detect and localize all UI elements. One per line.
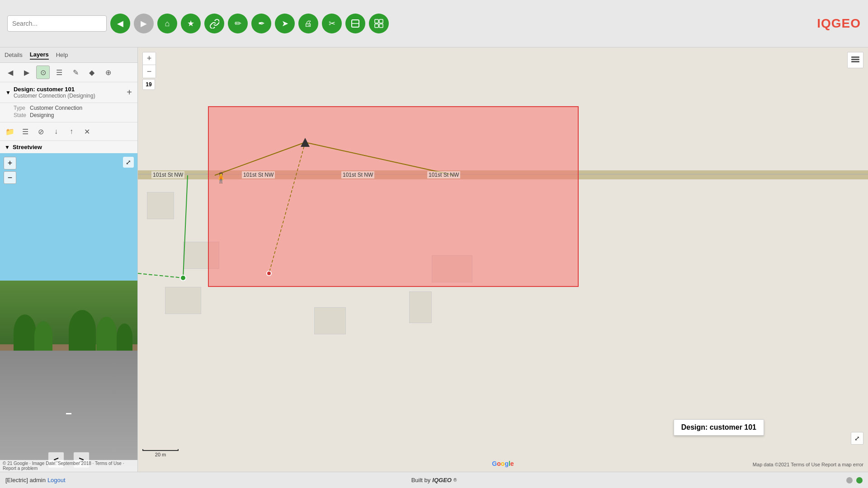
svg-rect-2 <box>375 19 378 23</box>
design-item-chevron[interactable]: ▼ <box>5 89 11 96</box>
status-left: [Electric] admin Logout <box>5 477 66 483</box>
tab-help[interactable]: Help <box>56 51 68 59</box>
design-label-popup: Design: customer 101 <box>674 419 764 436</box>
design-region <box>208 106 579 287</box>
scissors-button[interactable]: ✂ <box>322 14 342 33</box>
item-actions: 📁 ☰ ⊘ ↓ ↑ ✕ <box>0 122 137 141</box>
status-dot-gray <box>846 477 853 483</box>
panel-select-button[interactable]: ⊙ <box>36 66 50 79</box>
streetview-zoom-controls: + − <box>4 157 16 184</box>
forward-button[interactable]: ▶ <box>134 14 154 33</box>
google-logo: Google <box>492 460 514 467</box>
state-value: Designing <box>30 112 132 118</box>
design-item-add-button[interactable]: + <box>127 87 132 98</box>
folder-button[interactable]: 📁 <box>4 125 16 138</box>
status-bar: [Electric] admin Logout Built by IQGEO ® <box>0 472 868 488</box>
panel-back-button[interactable]: ◀ <box>4 66 17 79</box>
scale-text: 20 m <box>155 452 166 457</box>
map-expand-button[interactable]: ⤢ <box>851 432 863 445</box>
streetview-zoom-out[interactable]: − <box>4 171 16 184</box>
built-by-brand: IQGEO <box>432 477 452 483</box>
trim-button[interactable] <box>345 14 365 33</box>
zoom-level-display: 19 <box>142 79 155 90</box>
status-mode: [Electric] admin <box>5 477 46 483</box>
streetview-zoom-in[interactable]: + <box>4 157 16 169</box>
svg-rect-14 <box>851 59 859 60</box>
top-bar: ◀ ▶ ⌂ ★ ✏ ✒ ➤ 🖨 ✂ IQGEO <box>0 0 868 47</box>
layer-toggle-button[interactable] <box>847 52 863 68</box>
panel-list-button[interactable]: ☰ <box>52 66 66 79</box>
block-button[interactable]: ⊘ <box>34 125 47 138</box>
type-label: Type <box>14 105 26 111</box>
status-right <box>846 477 863 483</box>
panel-search-button[interactable]: ⊕ <box>101 66 115 79</box>
design-item-header: ▼ Design: customer 101 Customer Connecti… <box>5 86 132 99</box>
left-panel: Details Layers Help ◀ ▶ ⊙ ☰ ✎ ◆ ⊕ ▼ Desi… <box>0 47 138 472</box>
map-block <box>409 291 432 323</box>
map-zoom-in-button[interactable]: + <box>143 52 156 65</box>
streetview-bg: + − < > © 21 Google · Image Date: Septem… <box>0 153 137 472</box>
draw-button[interactable]: ✒ <box>251 14 271 33</box>
bookmark-button[interactable]: ★ <box>181 14 201 33</box>
map-block <box>165 287 201 314</box>
design-item-title: Design: customer 101 <box>14 86 95 93</box>
status-logout-link[interactable]: Logout <box>47 477 66 483</box>
panel-tag-button[interactable]: ◆ <box>85 66 99 79</box>
svg-rect-16 <box>851 56 859 58</box>
design-item-details: Type Customer Connection State Designing <box>0 103 137 122</box>
app-logo: IQGEO <box>817 16 861 31</box>
search-input[interactable] <box>7 15 107 32</box>
edit-button[interactable]: ✏ <box>228 14 248 33</box>
tab-details[interactable]: Details <box>5 51 23 59</box>
road-label-2: 101st St NW <box>242 171 275 178</box>
svg-rect-3 <box>379 19 383 23</box>
streetview-label: Streetview <box>13 144 42 150</box>
panel-tabs: Details Layers Help <box>0 47 137 63</box>
state-label: State <box>14 112 26 118</box>
scale-bar: 20 m <box>142 449 179 457</box>
svg-rect-15 <box>851 61 859 62</box>
panel-forward-button[interactable]: ▶ <box>20 66 33 79</box>
map-area[interactable]: 101st St NW 101st St NW 101st St NW 101s… <box>138 47 868 472</box>
status-center: Built by IQGEO ® <box>411 477 457 483</box>
home-button[interactable]: ⌂ <box>157 14 177 33</box>
panel-edit-button[interactable]: ✎ <box>69 66 82 79</box>
svg-line-9 <box>138 273 183 278</box>
svg-point-12 <box>180 275 186 281</box>
streetview-footer: © 21 Google · Image Date: September 2018… <box>0 460 137 472</box>
built-by-label: Built by <box>411 477 431 483</box>
design-item-subtitle: Customer Connection (Designing) <box>14 93 95 99</box>
road-label-4: 101st St NW <box>427 171 460 178</box>
design-item: ▼ Design: customer 101 Customer Connecti… <box>0 82 137 103</box>
move-up-button[interactable]: ↑ <box>65 125 78 138</box>
location-button[interactable]: ➤ <box>275 14 295 33</box>
select-button[interactable] <box>369 14 389 33</box>
streetview-section: ▼ Streetview + − < <box>0 141 137 472</box>
map-zoom-out-button[interactable]: − <box>143 65 156 78</box>
type-value: Customer Connection <box>30 105 132 111</box>
panel-toolbar: ◀ ▶ ⊙ ☰ ✎ ◆ ⊕ <box>0 63 137 82</box>
road-label-3: 101st St NW <box>341 171 374 178</box>
back-button[interactable]: ◀ <box>110 14 130 33</box>
streetview-expand-button[interactable]: ⤢ <box>123 157 134 168</box>
svg-rect-5 <box>379 24 383 28</box>
link-button[interactable] <box>204 14 224 33</box>
person-icon: 🧍 <box>215 172 227 184</box>
tab-layers[interactable]: Layers <box>30 50 49 60</box>
map-zoom-controls: + − <box>142 52 156 78</box>
map-attribution: Map data ©2021 Terms of Use Report a map… <box>753 462 863 467</box>
map-block <box>314 307 346 334</box>
move-down-button[interactable]: ↓ <box>50 125 62 138</box>
scale-line <box>142 449 179 451</box>
close-item-button[interactable]: ✕ <box>80 125 93 138</box>
streetview-chevron: ▼ <box>5 144 10 150</box>
status-dot-green <box>856 477 863 483</box>
road-label-1: 101st St NW <box>151 171 184 178</box>
map-block <box>147 192 174 219</box>
list-view-button[interactable]: ☰ <box>19 125 32 138</box>
svg-rect-4 <box>375 24 378 28</box>
brand-dot: ® <box>453 478 457 483</box>
streetview-image: + − < > © 21 Google · Image Date: Septem… <box>0 153 137 472</box>
print-button[interactable]: 🖨 <box>298 14 318 33</box>
streetview-header[interactable]: ▼ Streetview <box>0 141 137 153</box>
